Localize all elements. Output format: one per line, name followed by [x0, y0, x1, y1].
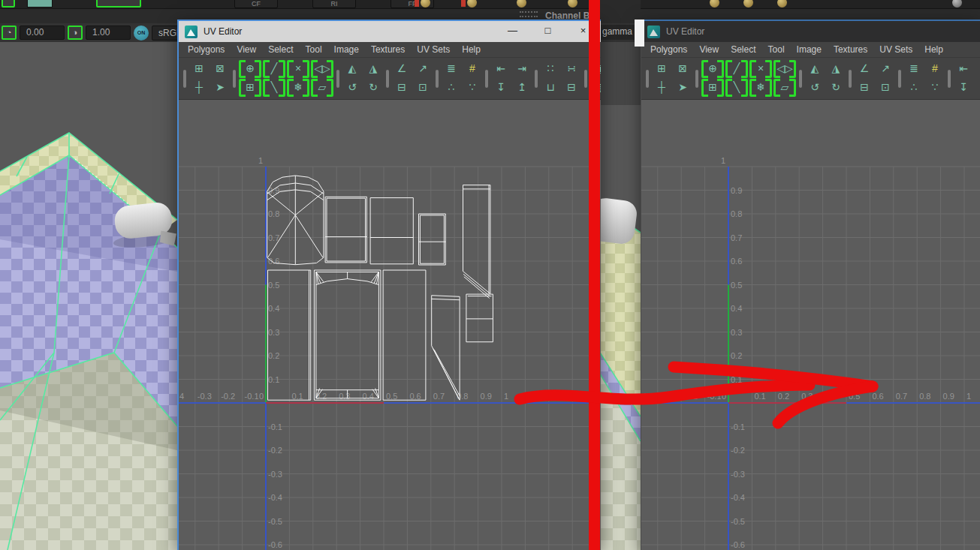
align-left-icon[interactable]: ⇤ — [491, 60, 511, 78]
toolbar-separator[interactable] — [386, 70, 389, 88]
straighten-shell-icon[interactable]: ↗ — [413, 60, 433, 78]
toolbar-separator[interactable] — [233, 70, 236, 88]
optimize-uvs-icon[interactable]: ▱ — [311, 79, 333, 97]
viewport-fragment[interactable] — [596, 105, 641, 550]
gamma-icon[interactable]: ◑ — [68, 26, 83, 40]
shelf-sphere-icon[interactable] — [710, 0, 719, 8]
straighten-uvs-icon[interactable]: ∠ — [855, 60, 874, 78]
flip-v-icon[interactable]: ◮ — [826, 60, 846, 78]
move-uvs-icon[interactable]: ⊕ — [701, 60, 724, 78]
panel-shell-mid[interactable] — [383, 270, 426, 400]
exposure-icon[interactable]: ◔ — [2, 26, 17, 40]
sew-uv-edges-icon[interactable]: ╲ — [725, 79, 748, 97]
select-shell-tool-icon[interactable]: ➤ — [673, 79, 692, 97]
fold-uvs-icon[interactable]: ◁▷ — [311, 60, 333, 78]
unfold-uvs-icon[interactable]: ❄ — [749, 79, 772, 97]
small-shell[interactable] — [419, 214, 446, 265]
align-left-icon[interactable]: ⇤ — [954, 60, 973, 78]
toolbar-separator[interactable] — [584, 70, 587, 88]
shelf-sphere-icon[interactable] — [743, 0, 753, 8]
stack-shells-icon[interactable]: ∵ — [925, 79, 945, 97]
shelf-bracket-icon[interactable] — [2, 0, 15, 8]
strip-shell-right[interactable] — [463, 185, 490, 299]
layout-uvs-icon[interactable]: ≣ — [904, 60, 924, 78]
menu-tool[interactable]: Tool — [762, 44, 791, 55]
shelf-bracket-icon[interactable] — [96, 0, 141, 8]
side-shell-a[interactable] — [325, 197, 366, 263]
shelf-help-icon[interactable] — [952, 0, 962, 8]
menu-select[interactable]: Select — [262, 44, 299, 55]
snap-together-icon[interactable]: ⊡ — [413, 79, 433, 97]
toolbar-separator[interactable] — [898, 70, 901, 88]
toolbar-separator[interactable] — [336, 70, 339, 88]
sew-uv-edges-icon[interactable]: ╲ — [263, 79, 285, 97]
rotate-cw-icon[interactable]: ↻ — [363, 79, 383, 97]
menu-image[interactable]: Image — [791, 44, 828, 55]
unstack-shells-icon[interactable]: ∴ — [442, 79, 461, 97]
snap-to-grid-icon[interactable]: # — [925, 60, 945, 78]
menu-image[interactable]: Image — [328, 44, 365, 55]
pin-add-icon[interactable]: ∺ — [562, 60, 581, 78]
align-right-icon[interactable]: ⇥ — [512, 60, 532, 78]
straighten-uvs-icon[interactable]: ∠ — [392, 60, 412, 78]
snap-together-icon[interactable]: ⊡ — [876, 79, 895, 97]
grid-uvs-icon[interactable]: ⊞ — [701, 79, 724, 97]
toolbar-separator[interactable] — [436, 70, 439, 88]
titlebar[interactable]: UV Editor — □ × — [641, 21, 980, 42]
menu-textures[interactable]: Textures — [828, 44, 873, 55]
shelf-sphere-icon[interactable] — [517, 0, 526, 8]
cut-uv-edges-icon[interactable]: ╱ — [725, 60, 748, 78]
shelf-button-cf[interactable]: CF — [234, 0, 278, 8]
shelf-sphere-icon[interactable] — [777, 0, 787, 8]
move-uv-shell-tool-icon[interactable]: ⊠ — [210, 60, 230, 78]
flip-v-icon[interactable]: ◮ — [363, 60, 383, 78]
delete-uvs-icon[interactable]: × — [749, 60, 772, 78]
color-management-on-button[interactable]: ON — [134, 26, 149, 41]
shelf-sphere-icon[interactable] — [467, 0, 477, 8]
toolbar-separator[interactable] — [799, 70, 802, 88]
align-top-icon[interactable]: ↥ — [512, 79, 532, 97]
stack-shells-icon[interactable]: ∵ — [463, 79, 482, 97]
titlebar[interactable]: UV Editor — □ × — [179, 21, 601, 42]
menu-uv-sets[interactable]: UV Sets — [411, 44, 456, 55]
menu-uv-sets[interactable]: UV Sets — [873, 44, 918, 55]
uv-canvas[interactable]: 4-0.3-0.2-0.100.10.20.30.40.50.60.70.80.… — [179, 100, 601, 550]
uv-lattice-tool-icon[interactable]: ⊞ — [652, 60, 671, 78]
toolbar-separator[interactable] — [535, 70, 538, 88]
toolbar-separator[interactable] — [849, 70, 852, 88]
exposure-field[interactable]: 0.00 — [20, 26, 65, 40]
strip-shell-low[interactable] — [432, 296, 460, 401]
match-uvs-icon[interactable]: ⊟ — [855, 79, 874, 97]
menu-view[interactable]: View — [693, 44, 725, 55]
minimize-button[interactable]: — — [495, 21, 530, 42]
uv-shells[interactable] — [267, 176, 493, 400]
grid-uvs-icon[interactable]: ⊞ — [239, 79, 261, 97]
optimize-uvs-icon[interactable]: ▱ — [773, 79, 796, 97]
unpin-uvs-icon[interactable]: ⊔ — [541, 79, 560, 97]
align-top-icon[interactable]: ↥ — [975, 79, 980, 97]
shelf-red-icon[interactable] — [415, 0, 419, 7]
align-right-icon[interactable]: ⇥ — [975, 60, 980, 78]
tweak-uv-tool-icon[interactable]: ┼ — [189, 79, 209, 97]
panel-grip-icon[interactable] — [520, 11, 538, 17]
shelf-swatch-icon[interactable] — [27, 0, 53, 8]
menu-help[interactable]: Help — [456, 44, 487, 55]
shelf-button-ri[interactable]: RI — [312, 0, 356, 8]
move-uv-shell-tool-icon[interactable]: ⊠ — [673, 60, 692, 78]
rotate-ccw-icon[interactable]: ↺ — [805, 79, 825, 97]
cut-uv-edges-icon[interactable]: ╱ — [263, 60, 285, 78]
snap-to-grid-icon[interactable]: # — [463, 60, 482, 78]
align-bottom-icon[interactable]: ↧ — [491, 79, 511, 97]
flip-u-icon[interactable]: ◭ — [805, 60, 825, 78]
menu-select[interactable]: Select — [725, 44, 761, 55]
rotate-ccw-icon[interactable]: ↺ — [342, 79, 362, 97]
tweak-uv-tool-icon[interactable]: ┼ — [652, 79, 671, 97]
flip-u-icon[interactable]: ◭ — [342, 60, 362, 78]
colorspace-dropdown[interactable]: sRGB gamma — [152, 26, 177, 41]
shelf-red-icon[interactable] — [461, 0, 466, 7]
match-uvs-icon[interactable]: ⊟ — [392, 79, 412, 97]
fold-uvs-icon[interactable]: ◁▷ — [773, 60, 796, 78]
maximize-button[interactable]: □ — [530, 21, 565, 42]
rotate-cw-icon[interactable]: ↻ — [826, 79, 846, 97]
gamma-field[interactable]: 1.00 — [86, 26, 131, 40]
